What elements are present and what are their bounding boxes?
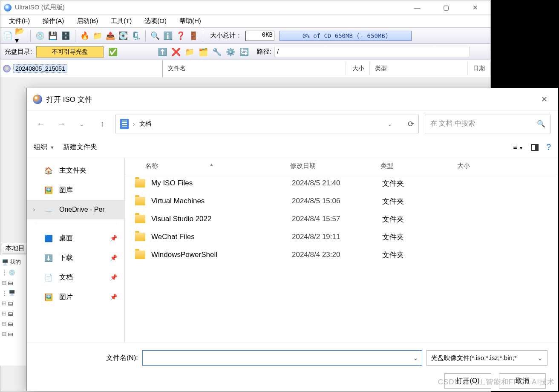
nav-item[interactable]: ⬇️下载📌 (27, 248, 124, 268)
extract-icon[interactable]: 📤 (104, 30, 116, 42)
col-type[interactable]: 类型 (370, 62, 468, 75)
col-filename[interactable]: 文件名 (163, 62, 346, 75)
file-type: 文件夹 (382, 179, 459, 188)
minimize-button[interactable]: — (409, 1, 426, 14)
refresh-icon[interactable]: 🔄 (238, 46, 250, 58)
make-icon[interactable]: 💽 (117, 30, 129, 42)
up-button[interactable]: ↑ (95, 117, 109, 131)
menu-file[interactable]: 文件(F) (3, 15, 36, 27)
compress-icon[interactable]: 🗜️ (130, 30, 142, 42)
menu-tools[interactable]: 工具(T) (105, 15, 138, 27)
burn-icon[interactable]: 🔥 (79, 30, 91, 42)
settings-icon[interactable]: ⚙️ (225, 46, 236, 58)
forward-button[interactable]: → (54, 117, 69, 131)
col-type[interactable]: 类型 (380, 162, 457, 170)
drive-icon[interactable]: 🖴 (8, 280, 13, 286)
menu-boot[interactable]: 启动(B) (71, 15, 104, 27)
find-icon[interactable]: 🔍 (149, 30, 161, 42)
file-row[interactable]: WindowsPowerShell2024/8/4 23:20文件夹 (125, 246, 558, 264)
dialog-close-button[interactable]: ✕ (537, 92, 552, 107)
tree-root-node[interactable]: 20240805_215051 (13, 64, 67, 73)
check-icon[interactable]: ✅ (107, 46, 119, 58)
local-tree[interactable]: 🖥️我的 ⋮💿 ⊞🖴 ⋮🖥️ ⊞🖴 ⊞🖴 ⊞🖴 ⊞🖴 (0, 255, 26, 366)
newfolder-icon[interactable]: 📁 (184, 46, 196, 58)
nav-item[interactable]: 🟦桌面📌 (27, 228, 124, 248)
close-button[interactable]: ✕ (467, 1, 484, 14)
exit-icon[interactable]: 🚪 (187, 30, 199, 42)
preview-pane-icon[interactable] (531, 144, 539, 151)
filetype-filter[interactable]: 光盘映像文件(*.iso;*.isz;*.bin;*⌄ (426, 350, 547, 366)
info-icon[interactable]: ℹ️ (162, 30, 174, 42)
filename-input[interactable]: ⌄ (142, 350, 422, 366)
file-name: WindowsPowerShell (151, 251, 292, 259)
address-dropdown-icon[interactable]: ⌄ (387, 121, 392, 127)
desktop-icon: 🟦 (44, 234, 53, 242)
menubar: 文件(F) 操作(A) 启动(B) 工具(T) 选项(O) 帮助(H) (0, 15, 490, 28)
drive-icon[interactable]: 💿 (9, 269, 15, 276)
path-field[interactable]: / (274, 47, 470, 57)
nav-item[interactable]: 🖼️图库 (27, 180, 124, 200)
new-folder-button[interactable]: 新建文件夹 (63, 143, 97, 152)
col-name[interactable]: 名称▲ (125, 162, 290, 170)
mount-icon[interactable]: 💿 (34, 30, 46, 42)
address-bar[interactable]: › 文档 ⌄ ⟳ (115, 115, 419, 133)
file-type: 文件夹 (382, 232, 459, 242)
refresh-button[interactable]: ⟳ (408, 119, 414, 129)
filename-dropdown-icon[interactable]: ⌄ (413, 354, 418, 362)
menu-help[interactable]: 帮助(H) (173, 15, 207, 27)
titlebar: UltraISO (试用版) — ▢ ✕ (0, 0, 490, 15)
dialog-title: 打开 ISO 文件 (46, 95, 92, 104)
nav-item[interactable]: 📄文档📌 (27, 268, 124, 287)
pin-icon: 📌 (110, 254, 117, 261)
help-icon[interactable]: ? (546, 142, 551, 152)
drive-icon[interactable]: 🖴 (8, 320, 13, 327)
download-icon: ⬇️ (44, 254, 53, 262)
nav-item[interactable]: 🖼️图片📌 (27, 287, 124, 307)
addfolder-icon[interactable]: 🗂️ (197, 46, 209, 58)
nav-item-label: 主文件夹 (59, 166, 86, 175)
save-icon[interactable]: 💾 (47, 30, 59, 42)
back-button[interactable]: ← (34, 117, 48, 131)
file-row[interactable]: Visual Studio 20222024/8/4 15:57文件夹 (125, 210, 558, 228)
secondary-toolbar: 光盘目录: 不可引导光盘 ✅ ⬆️ ❌ 📁 🗂️ 🔧 ⚙️ 🔄 路径: / (0, 44, 490, 60)
col-date[interactable]: 日期 (468, 62, 490, 75)
file-row[interactable]: WeChat Files2024/8/2 19:11文件夹 (125, 228, 558, 246)
organize-button[interactable]: 组织▼ (34, 143, 55, 152)
window-title: UltraISO (试用版) (15, 3, 409, 12)
file-row[interactable]: Virtual Machines2024/8/5 15:06文件夹 (125, 192, 558, 210)
breadcrumb-current[interactable]: 文档 (139, 120, 151, 128)
menu-action[interactable]: 操作(A) (37, 15, 70, 27)
file-date: 2024/8/2 19:11 (292, 233, 382, 241)
search-box[interactable]: 在 文档 中搜索 🔍 (425, 115, 551, 133)
props-icon[interactable]: 🔧 (211, 46, 223, 58)
nav-item[interactable]: ›☁️OneDrive - Per (27, 200, 124, 219)
drive-icon[interactable]: 🖴 (8, 310, 13, 317)
col-date[interactable]: 修改日期 (290, 162, 380, 170)
file-row[interactable]: My ISO Files2024/8/5 21:40文件夹 (125, 174, 558, 192)
open-icon[interactable]: 📂▾ (15, 30, 27, 42)
main-toolbar: 📄 📂▾ 💿 💾 🗄️ 🔥 📁 📤 💽 🗜️ 🔍 ℹ️ ❓ 🚪 大小总计： 0K… (0, 28, 490, 44)
open-button[interactable]: 打开(O) (444, 373, 491, 389)
drive-icon[interactable]: 🖥️ (9, 290, 15, 296)
help-icon[interactable]: ❓ (175, 30, 187, 42)
up-icon[interactable]: ⬆️ (156, 46, 168, 58)
drive-icon[interactable]: 🖴 (8, 331, 13, 337)
folder-icon[interactable]: 📁 (92, 30, 104, 42)
capacity-progress: 0% of CD 650MB (- 650MB) (280, 31, 412, 41)
col-size[interactable]: 大小 (346, 62, 370, 75)
maximize-button[interactable]: ▢ (438, 1, 455, 14)
view-list-icon[interactable]: ≡ ▼ (513, 144, 523, 151)
delete-icon[interactable]: ❌ (170, 46, 182, 58)
cancel-button[interactable]: 取消 (499, 373, 546, 389)
file-type: 文件夹 (382, 250, 459, 260)
saveas-icon[interactable]: 🗄️ (60, 30, 72, 42)
history-dropdown[interactable]: ⌄ (75, 117, 89, 131)
nav-item[interactable]: 🏠主文件夹 (27, 161, 124, 180)
menu-options[interactable]: 选项(O) (138, 15, 173, 27)
new-icon[interactable]: 📄 (2, 30, 14, 42)
folder-icon (135, 179, 145, 187)
col-size[interactable]: 大小 (457, 162, 558, 170)
disc-tree[interactable]: 20240805_215051 (0, 60, 162, 77)
boot-status[interactable]: 不可引导光盘 (36, 46, 104, 58)
drive-icon[interactable]: 🖴 (8, 300, 13, 306)
